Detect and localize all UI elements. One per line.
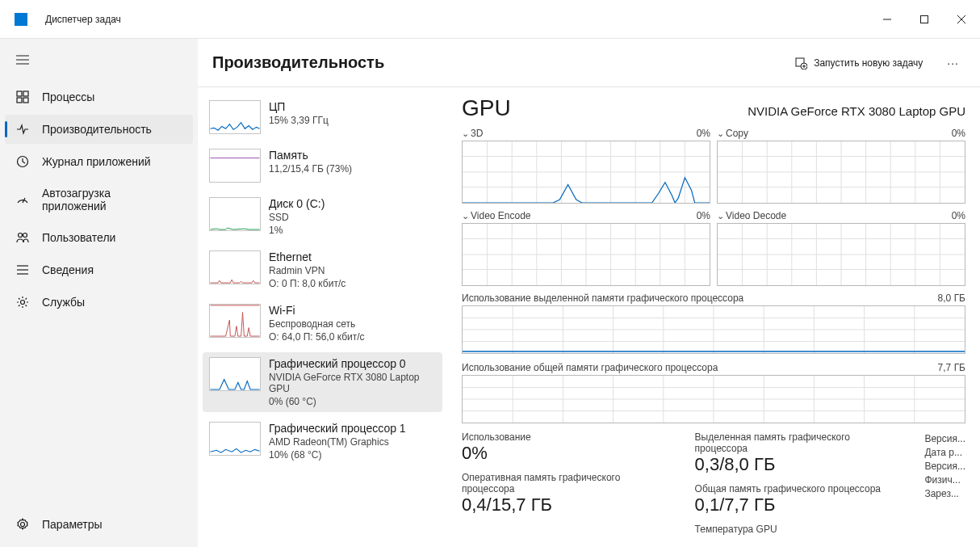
graph-selector-3d[interactable]: 3D [462, 128, 483, 139]
graph-pct: 0% [697, 128, 710, 139]
res-sub-2: О: 64,0 П: 56,0 кбит/с [269, 331, 365, 343]
svg-point-19 [21, 523, 25, 527]
graph-shared-memory [462, 375, 965, 423]
shared-mem-label: Использование общей памяти графического … [462, 362, 718, 373]
nav-label: Службы [42, 296, 85, 309]
res-sub-2: О: 0 П: 8,0 кбит/с [269, 278, 346, 289]
graph-selector-encode[interactable]: Video Encode [462, 210, 531, 221]
svg-point-18 [21, 301, 25, 305]
side-details: Версия... Дата р... Версия... Физич... З… [924, 431, 965, 535]
usage-value: 0% [462, 443, 663, 464]
total-label: Общая память графического процессора [695, 483, 893, 494]
nav-label: Сведения [42, 263, 94, 276]
res-sub: NVIDIA GeForce RTX 3080 Laptop GPU [269, 372, 436, 394]
svg-rect-10 [23, 98, 28, 103]
main: Процессы Производительность Журнал прило… [0, 39, 980, 547]
resource-ethernet[interactable]: Ethernet Radmin VPN О: 0 П: 8,0 кбит/с [203, 246, 442, 294]
graph-selector-copy[interactable]: Copy [717, 128, 748, 139]
res-title: Ethernet [269, 250, 346, 263]
side-item: Физич... [924, 474, 965, 486]
app-icon [15, 13, 27, 26]
resource-list: ЦП 15% 3,39 ГГц Память 11,2/15,4 ГБ (73%… [198, 87, 447, 547]
resource-gpu-0[interactable]: Графический процессор 0 NVIDIA GeForce R… [203, 352, 442, 412]
nav-processes[interactable]: Процессы [5, 82, 193, 112]
side-item: Версия... [924, 433, 965, 444]
nav-startup[interactable]: Автозагрузка приложений [5, 179, 193, 220]
graph-encode [462, 223, 710, 286]
users-icon [16, 231, 29, 244]
resource-memory[interactable]: Память 11,2/15,4 ГБ (73%) [203, 144, 442, 187]
window-title: Диспетчер задач [45, 14, 121, 25]
svg-rect-8 [23, 91, 28, 96]
resource-disk[interactable]: Диск 0 (C:) SSD 1% [203, 192, 442, 241]
gpu-ram-value: 0,4/15,7 ГБ [462, 494, 663, 515]
res-sub: 15% 3,39 ГГц [269, 115, 329, 126]
nav-performance[interactable]: Производительность [5, 115, 193, 144]
thumb-ethernet [209, 250, 261, 284]
minimize-button[interactable] [869, 0, 906, 39]
maximize-button[interactable] [906, 0, 943, 39]
content-header: Производительность Запустить новую задач… [198, 39, 980, 87]
resource-cpu[interactable]: ЦП 15% 3,39 ГГц [203, 95, 442, 139]
res-title: Графический процессор 1 [269, 422, 406, 435]
detail-pane: GPU NVIDIA GeForce RTX 3080 Laptop GPU 3… [447, 87, 980, 547]
graph-pct: 0% [952, 128, 965, 139]
run-task-button[interactable]: Запустить новую задачу [785, 52, 932, 74]
nav-settings[interactable]: Параметры [5, 510, 193, 539]
grid-icon [16, 90, 29, 103]
nav-label: Журнал приложений [42, 155, 151, 168]
total-value: 0,1/7,7 ГБ [695, 494, 893, 515]
res-sub: AMD Radeon(TM) Graphics [269, 436, 406, 448]
graph-selector-decode[interactable]: Video Decode [717, 210, 786, 221]
svg-point-14 [23, 234, 27, 238]
gpu-name: NVIDIA GeForce RTX 3080 Laptop GPU [748, 104, 965, 118]
nav-rail: Процессы Производительность Журнал прило… [0, 39, 198, 547]
resource-wifi[interactable]: Wi-Fi Беспроводная сеть О: 64,0 П: 56,0 … [203, 299, 442, 347]
graph-pct: 0% [952, 210, 965, 221]
nav-details[interactable]: Сведения [5, 255, 193, 284]
run-task-label: Запустить новую задачу [814, 57, 923, 69]
thumb-gpu-0 [209, 357, 261, 391]
hamburger-button[interactable] [6, 45, 39, 74]
settings-icon [16, 518, 29, 531]
res-sub: Беспроводная сеть [269, 318, 365, 330]
more-button[interactable]: ··· [939, 52, 967, 74]
res-sub-2: 1% [269, 225, 325, 236]
res-sub: SSD [269, 212, 325, 223]
side-item: Зарез... [924, 488, 965, 499]
close-button[interactable] [943, 0, 980, 39]
res-sub: Radmin VPN [269, 265, 346, 276]
graph-decode [717, 223, 965, 286]
graph-pct: 0% [697, 210, 710, 221]
res-title: Графический процессор 0 [269, 357, 436, 370]
nav-label: Автозагрузка приложений [42, 187, 163, 212]
res-title: ЦП [269, 100, 329, 113]
nav-services[interactable]: Службы [5, 288, 193, 317]
resource-gpu-1[interactable]: Графический процессор 1 AMD Radeon(TM) G… [203, 417, 442, 465]
speedometer-icon [16, 193, 29, 206]
res-sub: 11,2/15,4 ГБ (73%) [269, 163, 352, 175]
res-title: Wi-Fi [269, 304, 365, 317]
nav-users[interactable]: Пользователи [5, 223, 193, 252]
res-title: Диск 0 (C:) [269, 197, 325, 210]
thumb-memory [209, 149, 261, 183]
dedicated-mem-max: 8,0 ГБ [938, 292, 965, 304]
window-controls [869, 0, 980, 39]
dedicated-mem-label: Использование выделенной памяти графичес… [462, 292, 743, 304]
nav-label: Производительность [42, 123, 152, 136]
content: Производительность Запустить новую задач… [198, 39, 980, 547]
nav-app-history[interactable]: Журнал приложений [5, 147, 193, 176]
thumb-cpu [209, 100, 261, 134]
nav-label: Пользователи [42, 231, 115, 244]
side-item: Версия... [924, 461, 965, 472]
thumb-wifi [209, 304, 261, 338]
thumb-disk [209, 197, 261, 231]
temperature-label: Температура GPU [695, 524, 893, 535]
list-icon [16, 263, 29, 276]
shared-mem-max: 7,7 ГБ [938, 362, 965, 373]
nav-label: Параметры [42, 518, 103, 531]
content-body: ЦП 15% 3,39 ГГц Память 11,2/15,4 ГБ (73%… [198, 87, 980, 547]
history-icon [16, 155, 29, 168]
res-sub-2: 10% (68 °C) [269, 449, 406, 461]
run-task-icon [794, 57, 807, 69]
